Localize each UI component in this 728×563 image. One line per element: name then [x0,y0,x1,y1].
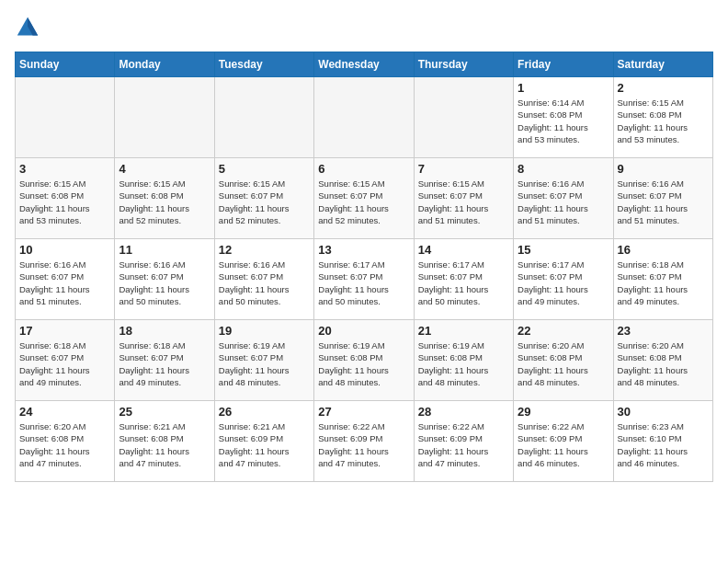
calendar-cell: 1Sunrise: 6:14 AM Sunset: 6:08 PM Daylig… [514,77,613,158]
day-info: Sunrise: 6:15 AM Sunset: 6:07 PM Dayligh… [219,178,310,226]
calendar-cell: 24Sunrise: 6:20 AM Sunset: 6:08 PM Dayli… [16,401,115,482]
page-header [15,15,713,40]
day-info: Sunrise: 6:15 AM Sunset: 6:08 PM Dayligh… [119,178,210,226]
calendar-cell: 5Sunrise: 6:15 AM Sunset: 6:07 PM Daylig… [214,158,313,239]
calendar-cell: 11Sunrise: 6:16 AM Sunset: 6:07 PM Dayli… [115,239,214,320]
day-number: 29 [518,405,609,419]
day-info: Sunrise: 6:17 AM Sunset: 6:07 PM Dayligh… [418,259,509,307]
col-header-saturday: Saturday [613,52,712,77]
day-info: Sunrise: 6:16 AM Sunset: 6:07 PM Dayligh… [219,259,310,307]
calendar-week-2: 3Sunrise: 6:15 AM Sunset: 6:08 PM Daylig… [16,158,713,239]
day-number: 11 [119,243,210,257]
calendar-cell: 9Sunrise: 6:16 AM Sunset: 6:07 PM Daylig… [613,158,712,239]
calendar-cell: 7Sunrise: 6:15 AM Sunset: 6:07 PM Daylig… [414,158,513,239]
calendar-cell: 6Sunrise: 6:15 AM Sunset: 6:07 PM Daylig… [314,158,414,239]
calendar-cell: 8Sunrise: 6:16 AM Sunset: 6:07 PM Daylig… [514,158,613,239]
day-info: Sunrise: 6:19 AM Sunset: 6:07 PM Dayligh… [219,339,310,388]
calendar-cell: 18Sunrise: 6:18 AM Sunset: 6:07 PM Dayli… [115,320,214,401]
calendar-cell [16,77,115,158]
calendar-cell: 21Sunrise: 6:19 AM Sunset: 6:08 PM Dayli… [414,320,513,401]
day-number: 25 [119,405,210,419]
col-header-sunday: Sunday [16,52,115,77]
calendar-cell: 17Sunrise: 6:18 AM Sunset: 6:07 PM Dayli… [16,320,115,401]
calendar-week-5: 24Sunrise: 6:20 AM Sunset: 6:08 PM Dayli… [16,401,713,482]
day-info: Sunrise: 6:18 AM Sunset: 6:07 PM Dayligh… [19,339,110,388]
day-number: 8 [518,162,609,176]
calendar-cell: 25Sunrise: 6:21 AM Sunset: 6:08 PM Dayli… [115,401,214,482]
day-number: 2 [618,81,709,95]
day-number: 10 [19,243,110,257]
day-info: Sunrise: 6:16 AM Sunset: 6:07 PM Dayligh… [119,259,210,307]
day-number: 1 [518,81,609,95]
day-info: Sunrise: 6:15 AM Sunset: 6:08 PM Dayligh… [618,97,709,145]
calendar-cell: 10Sunrise: 6:16 AM Sunset: 6:07 PM Dayli… [16,239,115,320]
logo [15,15,44,40]
calendar-cell: 22Sunrise: 6:20 AM Sunset: 6:08 PM Dayli… [514,320,613,401]
day-number: 16 [618,243,709,257]
day-number: 23 [618,324,709,338]
day-info: Sunrise: 6:16 AM Sunset: 6:07 PM Dayligh… [618,178,709,226]
day-info: Sunrise: 6:20 AM Sunset: 6:08 PM Dayligh… [518,339,609,388]
day-info: Sunrise: 6:19 AM Sunset: 6:08 PM Dayligh… [418,339,509,388]
day-info: Sunrise: 6:16 AM Sunset: 6:07 PM Dayligh… [518,178,609,226]
day-number: 15 [518,243,609,257]
calendar-week-3: 10Sunrise: 6:16 AM Sunset: 6:07 PM Dayli… [16,239,713,320]
calendar-cell: 20Sunrise: 6:19 AM Sunset: 6:08 PM Dayli… [314,320,414,401]
calendar-cell: 2Sunrise: 6:15 AM Sunset: 6:08 PM Daylig… [613,77,712,158]
day-number: 9 [618,162,709,176]
day-info: Sunrise: 6:22 AM Sunset: 6:09 PM Dayligh… [318,420,409,469]
day-number: 3 [19,162,110,176]
col-header-wednesday: Wednesday [314,52,414,77]
col-header-friday: Friday [514,52,613,77]
day-number: 5 [219,162,310,176]
day-info: Sunrise: 6:16 AM Sunset: 6:07 PM Dayligh… [19,259,110,307]
calendar-cell: 23Sunrise: 6:20 AM Sunset: 6:08 PM Dayli… [613,320,712,401]
day-info: Sunrise: 6:15 AM Sunset: 6:08 PM Dayligh… [19,178,110,226]
day-number: 14 [418,243,509,257]
day-info: Sunrise: 6:21 AM Sunset: 6:08 PM Dayligh… [119,420,210,469]
calendar-cell: 28Sunrise: 6:22 AM Sunset: 6:09 PM Dayli… [414,401,513,482]
calendar-table: SundayMondayTuesdayWednesdayThursdayFrid… [15,52,713,482]
day-number: 22 [518,324,609,338]
day-number: 13 [318,243,409,257]
calendar-cell [214,77,313,158]
calendar-week-1: 1Sunrise: 6:14 AM Sunset: 6:08 PM Daylig… [16,77,713,158]
day-number: 27 [318,405,409,419]
calendar-cell: 27Sunrise: 6:22 AM Sunset: 6:09 PM Dayli… [314,401,414,482]
col-header-monday: Monday [115,52,214,77]
calendar-header-row: SundayMondayTuesdayWednesdayThursdayFrid… [16,52,713,77]
col-header-thursday: Thursday [414,52,513,77]
day-info: Sunrise: 6:15 AM Sunset: 6:07 PM Dayligh… [418,178,509,226]
calendar-cell: 26Sunrise: 6:21 AM Sunset: 6:09 PM Dayli… [214,401,313,482]
day-number: 28 [418,405,509,419]
day-info: Sunrise: 6:22 AM Sunset: 6:09 PM Dayligh… [518,420,609,469]
day-info: Sunrise: 6:19 AM Sunset: 6:08 PM Dayligh… [318,339,409,388]
day-info: Sunrise: 6:22 AM Sunset: 6:09 PM Dayligh… [418,420,509,469]
day-number: 20 [318,324,409,338]
day-info: Sunrise: 6:21 AM Sunset: 6:09 PM Dayligh… [219,420,310,469]
day-number: 4 [119,162,210,176]
calendar-cell [115,77,214,158]
col-header-tuesday: Tuesday [214,52,313,77]
calendar-cell [414,77,513,158]
day-info: Sunrise: 6:15 AM Sunset: 6:07 PM Dayligh… [318,178,409,226]
day-info: Sunrise: 6:18 AM Sunset: 6:07 PM Dayligh… [119,339,210,388]
day-info: Sunrise: 6:17 AM Sunset: 6:07 PM Dayligh… [318,259,409,307]
calendar-cell: 29Sunrise: 6:22 AM Sunset: 6:09 PM Dayli… [514,401,613,482]
calendar-cell: 3Sunrise: 6:15 AM Sunset: 6:08 PM Daylig… [16,158,115,239]
day-number: 6 [318,162,409,176]
day-info: Sunrise: 6:14 AM Sunset: 6:08 PM Dayligh… [518,97,609,145]
calendar-cell: 15Sunrise: 6:17 AM Sunset: 6:07 PM Dayli… [514,239,613,320]
calendar-cell [314,77,414,158]
day-number: 12 [219,243,310,257]
day-number: 30 [618,405,709,419]
logo-icon [15,15,40,40]
calendar-cell: 13Sunrise: 6:17 AM Sunset: 6:07 PM Dayli… [314,239,414,320]
calendar-cell: 14Sunrise: 6:17 AM Sunset: 6:07 PM Dayli… [414,239,513,320]
calendar-cell: 4Sunrise: 6:15 AM Sunset: 6:08 PM Daylig… [115,158,214,239]
day-number: 7 [418,162,509,176]
calendar-cell: 30Sunrise: 6:23 AM Sunset: 6:10 PM Dayli… [613,401,712,482]
day-number: 26 [219,405,310,419]
day-info: Sunrise: 6:20 AM Sunset: 6:08 PM Dayligh… [19,420,110,469]
day-number: 18 [119,324,210,338]
